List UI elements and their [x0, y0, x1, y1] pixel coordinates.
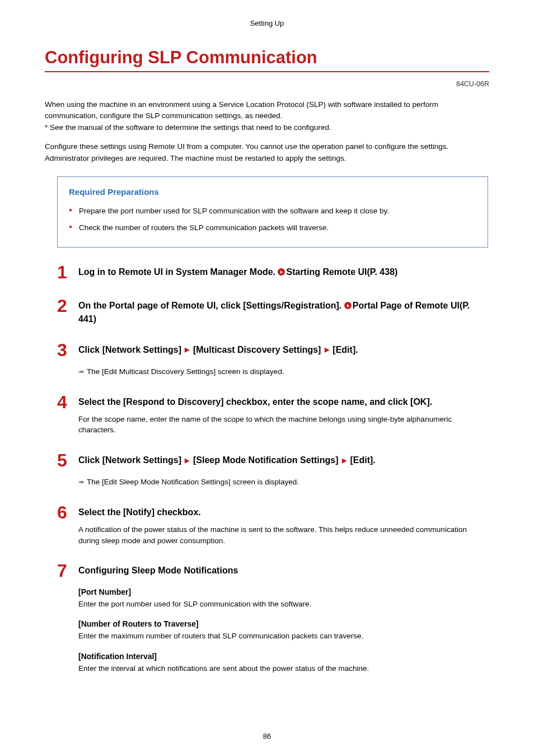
sub-description: Enter the port number used for SLP commu… [78, 599, 489, 610]
step-result-text: The [Edit Multicast Discovery Settings] … [87, 367, 284, 376]
page-header: Setting Up [0, 0, 534, 27]
play-icon [344, 302, 352, 309]
step-result-text: The [Edit Sleep Mode Notification Settin… [87, 478, 299, 486]
step-heading-part: [Sleep Mode Notification Settings] [193, 455, 339, 465]
result-arrow-icon: ➠ [78, 477, 85, 488]
intro-text: * See the manual of the software to dete… [45, 122, 489, 133]
step-7: 7 Configuring Sleep Mode Notifications [… [45, 562, 489, 674]
required-preparations-list: Prepare the port number used for SLP com… [69, 206, 476, 234]
play-icon [278, 268, 285, 276]
step-5: 5 Click [Network Settings] ▶ [Sleep Mode… [45, 451, 489, 488]
sub-description: Enter the interval at which notification… [78, 663, 489, 674]
step-number: 4 [45, 393, 78, 436]
required-preparations-title: Required Preparations [69, 187, 476, 197]
step-heading-part: [Multicast Discovery Settings] [193, 345, 321, 354]
page-title: Configuring SLP Communication [45, 48, 489, 72]
intro-text: Administrator privileges are required. T… [45, 153, 489, 164]
step-6: 6 Select the [Notify] checkbox. A notifi… [45, 503, 489, 546]
step-heading: Click [Network Settings] ▶ [Multicast Di… [78, 343, 489, 356]
step-heading: Select the [Notify] checkbox. [78, 506, 489, 519]
step-heading-link[interactable]: Starting Remote UI(P. 438) [286, 267, 397, 277]
chevron-right-icon: ▶ [324, 346, 330, 353]
intro-text: Configure these settings using Remote UI… [45, 141, 489, 152]
step-1: 1 Log in to Remote UI in System Manager … [45, 263, 489, 281]
step-heading: Log in to Remote UI in System Manager Mo… [78, 265, 489, 278]
step-heading: Select the [Respond to Discovery] checkb… [78, 395, 489, 408]
step-number: 3 [45, 341, 78, 377]
required-preparations-box: Required Preparations Prepare the port n… [57, 176, 488, 248]
sub-description: Enter the maximum number of routers that… [78, 631, 489, 642]
list-item: Check the number of routers the SLP comm… [69, 222, 476, 234]
step-4: 4 Select the [Respond to Discovery] chec… [45, 393, 489, 436]
step-heading: On the Portal page of Remote UI, click [… [78, 299, 489, 325]
step-number: 7 [45, 562, 78, 674]
page-content: Configuring SLP Communication 84CU-06R W… [0, 27, 534, 674]
step-heading-part: Click [Network Settings] [78, 455, 181, 465]
step-description: A notification of the power status of th… [78, 524, 489, 546]
step-heading-part: [Edit]. [332, 345, 358, 354]
list-item: Prepare the port number used for SLP com… [69, 206, 476, 217]
step-heading-part: Click [Network Settings] [78, 345, 181, 354]
step-3: 3 Click [Network Settings] ▶ [Multicast … [45, 341, 489, 377]
intro-block-1: When using the machine in an environment… [45, 99, 489, 133]
chevron-right-icon: ▶ [184, 457, 190, 464]
step-number: 5 [45, 451, 78, 488]
step-2: 2 On the Portal page of Remote UI, click… [45, 297, 489, 325]
sub-heading: [Notification Interval] [78, 652, 489, 661]
step-result: ➠The [Edit Multicast Discovery Settings]… [78, 366, 489, 377]
step-description: For the scope name, enter the name of th… [78, 414, 489, 436]
intro-text: When using the machine in an environment… [45, 99, 489, 121]
chevron-right-icon: ▶ [341, 457, 348, 464]
step-number: 6 [45, 503, 78, 546]
sub-heading: [Port Number] [78, 587, 489, 596]
result-arrow-icon: ➠ [78, 367, 85, 377]
page-number: 86 [0, 732, 534, 740]
sub-heading: [Number of Routers to Traverse] [78, 619, 489, 628]
document-code: 84CU-06R [45, 80, 489, 88]
step-number: 1 [45, 263, 78, 281]
chevron-right-icon: ▶ [184, 346, 190, 353]
intro-block-2: Configure these settings using Remote UI… [45, 141, 489, 164]
step-number: 2 [45, 297, 78, 325]
step-heading-text: On the Portal page of Remote UI, click [… [78, 301, 344, 310]
step-heading-part: [Edit]. [350, 455, 375, 465]
step-heading-text: Log in to Remote UI in System Manager Mo… [78, 267, 278, 277]
step-heading: Click [Network Settings] ▶ [Sleep Mode N… [78, 454, 489, 466]
step-result: ➠The [Edit Sleep Mode Notification Setti… [78, 477, 489, 488]
step-heading: Configuring Sleep Mode Notifications [78, 564, 489, 577]
